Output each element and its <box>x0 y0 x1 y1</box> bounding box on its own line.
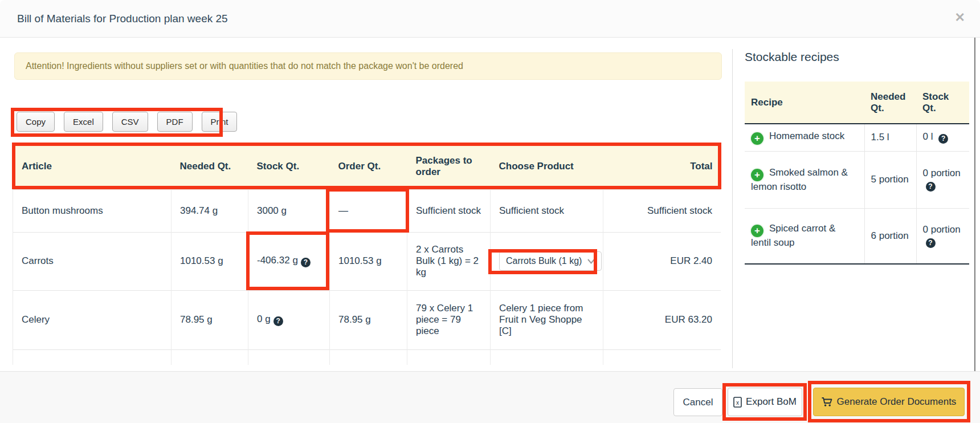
stock-value: -406.32 g <box>257 255 298 266</box>
export-bom-button[interactable]: x Export BoM <box>728 388 802 416</box>
stock-value: 0 g <box>257 314 271 324</box>
needed-cell: 394.74 g <box>172 189 248 232</box>
recipe-stock-value: 0 l <box>923 131 933 142</box>
excel-button[interactable]: Excel <box>64 112 103 132</box>
col-choose-product: Choose Product <box>491 144 603 189</box>
export-bom-label: Export BoM <box>746 396 797 408</box>
order-cell: 1010.53 g <box>330 232 407 290</box>
col-recipe-needed: Needed Qt. <box>864 82 916 124</box>
help-icon[interactable]: ? <box>938 134 948 144</box>
stockable-recipes-table: Recipe Needed Qt. Stock Qt. +Homemade st… <box>745 82 969 265</box>
packages-cell: Sufficient stock <box>407 189 491 232</box>
product-cell: Sufficient stock <box>491 189 603 232</box>
packages-cell: 2 x Carrots Bulk (1 kg) = 2 kg <box>407 232 491 290</box>
article-cell: Celery <box>13 290 172 349</box>
datatable-buttons: Copy Excel CSV PDF Print <box>17 112 237 132</box>
warning-text: Attention! Ingredients without suppliers… <box>26 61 463 71</box>
table-row-chili-partial: 7 x Chili <box>13 349 721 365</box>
order-cell: 78.95 g <box>330 290 407 349</box>
needed-cell <box>172 349 248 365</box>
product-select[interactable]: Carrots Bulk (1 kg) <box>499 251 602 271</box>
recipe-row-smoked-salmon: +Smoked salmon & lemon risotto 5 portion… <box>745 151 969 208</box>
modal-header: Bill of Materials for Production plan we… <box>0 0 980 38</box>
packages-cell: 7 x Chili <box>407 349 491 365</box>
total-cell: EUR 63.20 <box>603 290 721 349</box>
help-icon[interactable]: ? <box>301 258 311 267</box>
product-cell <box>491 349 603 365</box>
help-icon[interactable]: ? <box>926 182 936 192</box>
product-select-value: Carrots Bulk (1 kg) <box>506 256 582 266</box>
col-total: Total <box>603 144 721 189</box>
cancel-button[interactable]: Cancel <box>673 388 722 416</box>
col-article: Article <box>13 144 172 189</box>
page-title: Bill of Materials for Production plan we… <box>17 13 228 25</box>
csv-button[interactable]: CSV <box>112 112 148 132</box>
add-stock-icon[interactable]: + <box>751 169 763 181</box>
chevron-down-icon <box>587 259 595 264</box>
help-icon[interactable]: ? <box>926 238 936 248</box>
order-cell <box>330 349 407 365</box>
col-order-qt: Order Qt. <box>330 144 407 189</box>
bom-table: Article Needed Qt. Stock Qt. Order Qt. P… <box>13 144 721 365</box>
cart-icon <box>822 397 832 407</box>
product-cell: Carrots Bulk (1 kg) <box>491 232 603 290</box>
recipe-stock-value: 0 portion <box>923 168 961 178</box>
generate-label: Generate Order Documents <box>837 396 957 408</box>
recipe-stock-value: 0 portion <box>923 224 961 235</box>
recipe-name: Smoked salmon & lemon risotto <box>751 167 848 192</box>
recipe-stock-cell: 0 l ? <box>916 124 969 151</box>
print-button[interactable]: Print <box>202 112 238 132</box>
stockable-recipes-title: Stockable recipes <box>745 50 839 64</box>
svg-text:x: x <box>736 399 739 405</box>
col-packages: Packages to order <box>407 144 491 189</box>
article-cell <box>13 349 172 365</box>
packages-cell: 79 x Celery 1 piece = 79 piece <box>407 290 491 349</box>
col-stock-qt: Stock Qt. <box>248 144 330 189</box>
stock-cell: 3000 g <box>248 189 330 232</box>
add-stock-icon[interactable]: + <box>751 225 763 237</box>
stock-cell: -406.32 g? <box>248 232 330 290</box>
recipe-name: Spiced carrot & lentil soup <box>751 223 835 248</box>
modal-scrollbar[interactable] <box>974 38 975 371</box>
warning-banner: Attention! Ingredients without suppliers… <box>14 52 722 80</box>
copy-button[interactable]: Copy <box>17 112 55 132</box>
add-stock-icon[interactable]: + <box>751 132 763 145</box>
stock-cell <box>248 349 330 365</box>
recipe-row-spiced-carrot: +Spiced carrot & lentil soup 6 portion 0… <box>745 208 969 264</box>
table-row-celery: Celery 78.95 g 0 g? 78.95 g 79 x Celery … <box>13 290 721 349</box>
help-icon[interactable]: ? <box>273 316 283 326</box>
product-cell: Celery 1 piece from Fruit n Veg Shoppe [… <box>491 290 603 349</box>
needed-cell: 1010.53 g <box>172 232 248 290</box>
recipe-stock-cell: 0 portion ? <box>916 151 969 208</box>
total-cell <box>603 349 721 365</box>
recipe-stock-cell: 0 portion ? <box>916 208 969 264</box>
close-icon[interactable]: ✕ <box>955 11 965 24</box>
bom-header-row: Article Needed Qt. Stock Qt. Order Qt. P… <box>13 144 721 189</box>
table-row-carrots: Carrots 1010.53 g -406.32 g? 1010.53 g 2… <box>13 232 721 290</box>
generate-order-documents-button[interactable]: Generate Order Documents <box>813 388 965 416</box>
table-row-button-mushrooms: Button mushrooms 394.74 g 3000 g — Suffi… <box>13 189 721 232</box>
total-cell: Sufficient stock <box>603 189 721 232</box>
col-needed-qt: Needed Qt. <box>172 144 248 189</box>
recipe-needed-cell: 1.5 l <box>864 124 916 151</box>
bom-modal: Bill of Materials for Production plan we… <box>0 0 980 423</box>
pdf-button[interactable]: PDF <box>157 112 193 132</box>
order-cell: — <box>330 189 407 232</box>
recipes-header-row: Recipe Needed Qt. Stock Qt. <box>745 82 969 124</box>
article-cell: Carrots <box>13 232 172 290</box>
total-cell: EUR 2.40 <box>603 232 721 290</box>
article-cell: Button mushrooms <box>13 189 172 232</box>
recipe-needed-cell: 5 portion <box>864 151 916 208</box>
recipe-name: Homemade stock <box>769 131 844 141</box>
panel-divider <box>732 49 733 368</box>
recipe-needed-cell: 6 portion <box>864 208 916 264</box>
col-recipe: Recipe <box>745 82 864 124</box>
stock-cell: 0 g? <box>248 290 330 349</box>
col-recipe-stock: Stock Qt. <box>916 82 969 124</box>
recipe-row-homemade-stock: +Homemade stock 1.5 l 0 l ? <box>745 124 969 151</box>
needed-cell: 78.95 g <box>172 290 248 349</box>
excel-file-icon: x <box>733 397 742 408</box>
